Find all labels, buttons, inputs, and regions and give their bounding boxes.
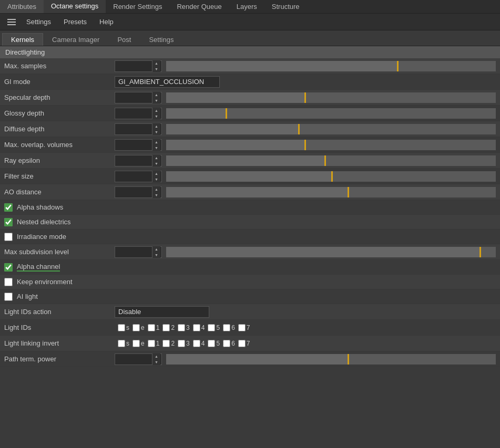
- light-link-5-checkbox[interactable]: [208, 340, 215, 347]
- max-overlap-up[interactable]: ▲: [152, 139, 160, 145]
- tab-camera-imager[interactable]: Camera Imager: [43, 33, 108, 46]
- ray-epsilon-up[interactable]: ▲: [152, 155, 160, 161]
- max-samples-input[interactable]: 128.: [115, 62, 152, 70]
- light-link-s-checkbox[interactable]: [118, 340, 125, 347]
- specular-depth-slider[interactable]: [166, 92, 496, 103]
- max-subdivision-input[interactable]: 10.: [115, 248, 152, 256]
- glossy-depth-spinbox[interactable]: 2. ▲ ▼: [115, 108, 162, 119]
- light-link-e-checkbox[interactable]: [132, 340, 140, 347]
- path-term-power-slider[interactable]: [166, 354, 496, 364]
- light-ids-2: 2: [162, 324, 175, 331]
- ao-distance-up[interactable]: ▲: [152, 186, 160, 192]
- max-subdivision-slider[interactable]: [166, 247, 496, 257]
- light-link-6-checkbox[interactable]: [223, 340, 230, 347]
- light-ids-1-checkbox[interactable]: [148, 324, 155, 331]
- light-link-4-checkbox[interactable]: [193, 340, 200, 347]
- light-link-2-checkbox[interactable]: [162, 340, 170, 347]
- ao-distance-slider[interactable]: [166, 187, 496, 197]
- settings-menu[interactable]: Settings: [21, 16, 56, 27]
- light-ids-2-checkbox[interactable]: [162, 324, 170, 331]
- nav-octane-settings[interactable]: Octane settings: [44, 0, 106, 13]
- light-ids-4-label: 4: [201, 324, 205, 331]
- nav-render-queue[interactable]: Render Queue: [169, 0, 229, 13]
- specular-depth-spinbox[interactable]: 5. ▲ ▼: [115, 92, 162, 103]
- max-overlap-input[interactable]: 4.: [115, 141, 152, 149]
- max-overlap-slider[interactable]: [166, 140, 496, 150]
- diffuse-depth-input[interactable]: 2.: [115, 125, 152, 133]
- light-ids-4: 4: [193, 324, 205, 331]
- ao-distance-spinbox[interactable]: 3. ▲ ▼: [115, 186, 162, 198]
- filter-size-up[interactable]: ▲: [152, 171, 160, 176]
- gi-mode-value[interactable]: GI_AMBIENT_OCCLUSION: [115, 76, 220, 88]
- tab-post[interactable]: Post: [108, 33, 140, 46]
- ray-epsilon-input[interactable]: 0.0001: [115, 157, 152, 164]
- max-samples-up[interactable]: ▲: [152, 60, 160, 66]
- glossy-depth-input[interactable]: 2.: [115, 109, 152, 117]
- help-menu[interactable]: Help: [94, 16, 119, 27]
- path-term-power-spinbox[interactable]: 0.3 ▲ ▼: [115, 353, 162, 365]
- specular-depth-down[interactable]: ▼: [152, 98, 160, 103]
- irradiance-mode-label: Irradiance mode: [17, 233, 66, 241]
- alpha-channel-checkbox[interactable]: [4, 263, 13, 272]
- path-term-power-up[interactable]: ▲: [152, 353, 160, 359]
- light-ids-6: 6: [223, 324, 235, 331]
- specular-depth-input[interactable]: 5.: [115, 93, 152, 101]
- light-ids-3-checkbox[interactable]: [178, 324, 185, 331]
- nested-dielectrics-checkbox[interactable]: [4, 218, 13, 226]
- max-subdivision-spinbox[interactable]: 10. ▲ ▼: [115, 246, 162, 258]
- diffuse-depth-slider[interactable]: [166, 124, 496, 134]
- max-samples-spinbox[interactable]: 128. ▲ ▼: [115, 60, 162, 72]
- alpha-shadows-row: Alpha shadows: [0, 200, 500, 215]
- light-ids-7: 7: [238, 324, 250, 331]
- ray-epsilon-slider[interactable]: [166, 155, 496, 166]
- glossy-depth-slider[interactable]: [166, 108, 496, 119]
- presets-menu[interactable]: Presets: [58, 16, 92, 27]
- ai-light-checkbox[interactable]: [4, 293, 13, 301]
- nav-render-settings[interactable]: Render Settings: [106, 0, 169, 13]
- nav-layers[interactable]: Layers: [229, 0, 264, 13]
- light-ids-7-checkbox[interactable]: [238, 324, 246, 331]
- filter-size-slider[interactable]: [166, 171, 496, 182]
- hamburger-menu[interactable]: [4, 17, 19, 27]
- diffuse-depth-spinbox[interactable]: 2. ▲ ▼: [115, 123, 162, 135]
- filter-size-down[interactable]: ▼: [152, 176, 160, 182]
- light-ids-s-checkbox[interactable]: [118, 324, 125, 331]
- max-subdivision-up[interactable]: ▲: [152, 246, 160, 252]
- nav-structure[interactable]: Structure: [264, 0, 307, 13]
- alpha-shadows-checkbox[interactable]: [4, 203, 13, 212]
- ray-epsilon-spinbox[interactable]: 0.0001 ▲ ▼: [115, 155, 162, 166]
- light-ids-action-dropdown[interactable]: Disable: [115, 306, 209, 318]
- light-ids-e-checkbox[interactable]: [132, 324, 140, 331]
- max-samples-slider[interactable]: [166, 61, 496, 71]
- max-samples-down[interactable]: ▼: [152, 66, 160, 72]
- nested-dielectrics-row: Nested dielectrics: [0, 215, 500, 230]
- irradiance-mode-checkbox[interactable]: [4, 233, 13, 241]
- glossy-depth-down[interactable]: ▼: [152, 113, 160, 119]
- tab-settings[interactable]: Settings: [140, 33, 182, 46]
- ray-epsilon-down[interactable]: ▼: [152, 161, 160, 166]
- tab-kernels[interactable]: Kernels: [2, 33, 43, 46]
- path-term-power-down[interactable]: ▼: [152, 359, 160, 365]
- keep-environment-checkbox[interactable]: [4, 278, 13, 286]
- light-link-1-checkbox[interactable]: [148, 340, 155, 347]
- max-samples-label: Max. samples: [4, 62, 115, 70]
- nav-attributes[interactable]: Attributes: [0, 0, 44, 13]
- light-ids-4-checkbox[interactable]: [193, 324, 200, 331]
- diffuse-depth-down[interactable]: ▼: [152, 129, 160, 135]
- ao-distance-down[interactable]: ▼: [152, 192, 160, 198]
- ao-distance-input[interactable]: 3.: [115, 188, 152, 196]
- diffuse-depth-up[interactable]: ▲: [152, 123, 160, 129]
- light-ids-6-checkbox[interactable]: [223, 324, 230, 331]
- max-overlap-spinbox[interactable]: 4. ▲ ▼: [115, 139, 162, 151]
- path-term-power-input[interactable]: 0.3: [115, 355, 152, 363]
- specular-depth-up[interactable]: ▲: [152, 92, 160, 98]
- filter-size-input[interactable]: 1.2: [115, 172, 152, 180]
- filter-size-spinbox[interactable]: 1.2 ▲ ▼: [115, 171, 162, 182]
- keep-environment-label: Keep environment: [17, 278, 73, 286]
- max-subdivision-down[interactable]: ▼: [152, 252, 160, 258]
- max-overlap-down[interactable]: ▼: [152, 145, 160, 151]
- light-link-7-checkbox[interactable]: [238, 340, 246, 347]
- light-ids-5-checkbox[interactable]: [208, 324, 215, 331]
- light-link-3-checkbox[interactable]: [178, 340, 185, 347]
- glossy-depth-up[interactable]: ▲: [152, 108, 160, 113]
